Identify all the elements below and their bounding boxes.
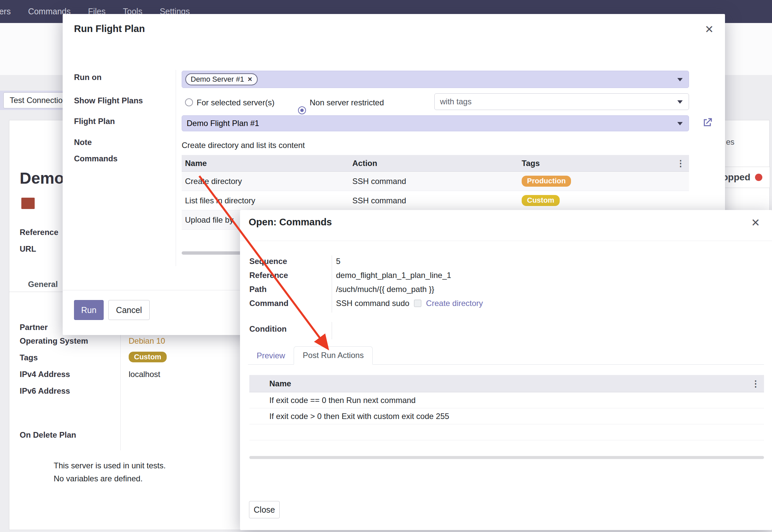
path-label: Path [249,285,267,294]
table-options-icon[interactable]: ⋮ [751,378,760,389]
plan-description: Create directory and list its content [182,141,305,150]
with-tags-value: with tags [440,97,472,106]
radio-non-server-restricted[interactable] [298,106,306,114]
cell-action: SSH command [352,177,522,186]
table-header-row: Name Action Tags ⋮ [182,155,689,172]
cell-name: If exit code == 0 then Run next command [269,396,764,405]
tab-post-run-actions[interactable]: Post Run Actions [294,346,373,365]
form-column-divider [120,320,121,450]
table-options-icon[interactable]: ⋮ [676,158,685,168]
open-commands-modal: Open: Commands ✕ Sequence Reference Path… [240,210,772,530]
path-value: /such/much/{{ demo_path }} [336,285,434,294]
command-label: Command [249,299,288,308]
flight-plan-select[interactable]: Demo Flight Plan #1 [182,115,689,131]
table-row[interactable]: List files in directory SSH command Cust… [182,191,689,210]
tab-general[interactable]: General [28,280,58,289]
server-title: Demo [20,169,64,187]
radio-selected-servers[interactable] [185,98,193,106]
smart-button-fragment[interactable]: es [726,137,734,147]
command-value-row: SSH command sudo Create directory [336,299,483,308]
os-label: Operating System [20,336,88,346]
ipv6-label: IPv6 Address [20,386,70,396]
table-row[interactable]: If exit code > 0 then Exit with custom e… [249,408,764,424]
modal-header-divider [240,241,772,241]
screen: Servers Commands Files Tools Settings Te… [0,0,772,532]
run-on-label: Run on [74,73,102,82]
partner-label: Partner [20,323,48,332]
radio-selected-servers-label[interactable]: For selected server(s) [197,98,274,107]
col-header-action[interactable]: Action [352,159,522,168]
tag-badge: Production [522,176,571,186]
horizontal-scrollbar[interactable] [182,251,248,255]
color-swatch[interactable] [21,198,35,209]
note-label: Note [74,138,92,147]
chevron-down-icon[interactable] [677,78,683,81]
commands-modal-title: Open: Commands [249,217,332,228]
modal-column-divider [176,70,176,266]
commands-modal-close-icon[interactable]: ✕ [751,217,760,228]
sequence-value: 5 [336,257,340,266]
tags-label: Tags [20,353,38,362]
show-flight-plans-label: Show Flight Plans [74,96,143,105]
server-tag-label: Demo Server #1 [191,75,244,84]
tags-value-badge[interactable]: Custom [129,352,167,362]
url-label: URL [20,244,36,254]
remove-tag-icon[interactable]: ✕ [247,76,252,83]
with-tags-select[interactable]: with tags [434,93,689,110]
cell-name: List files in directory [182,196,352,205]
close-button[interactable]: Close [249,501,280,518]
table-header-row: Name ⋮ [249,375,764,392]
ipv4-label: IPv4 Address [20,370,70,379]
ipv4-value: localhost [129,370,160,379]
server-tag-chip[interactable]: Demo Server #1 ✕ [185,73,258,85]
cell-action: SSH command [352,196,522,205]
table-row[interactable]: Create directory SSH command Production [182,172,689,191]
commands-label: Commands [74,154,118,163]
post-run-actions-table: Name ⋮ If exit code == 0 then Run next c… [249,375,764,440]
field-divider [332,255,332,313]
reference-value: demo_flight_plan_1_plan_line_1 [336,271,451,280]
col-header-name[interactable]: Name [269,379,764,388]
status-dot [755,174,762,181]
run-on-field[interactable]: Demo Server #1 ✕ [182,71,689,88]
col-header-name[interactable]: Name [182,159,352,168]
chevron-down-icon [677,100,683,104]
no-variables-note: No variables are defined. [54,474,143,483]
flight-plan-value: Demo Flight Plan #1 [187,119,259,128]
sequence-label: Sequence [249,257,287,266]
tab-preview[interactable]: Preview [248,347,294,364]
command-link[interactable]: Create directory [426,299,483,308]
reference-label: Reference [20,228,58,237]
chevron-down-icon [677,122,683,125]
on-delete-plan-label: On Delete Plan [20,430,76,440]
table-row[interactable]: If exit code == 0 then Run next command [249,392,764,408]
command-value: SSH command sudo [336,299,409,308]
reference-label: Reference [249,271,288,280]
notebook-tabbar: Preview Post Run Actions [248,348,764,365]
field-divider [332,322,332,339]
nav-item-servers[interactable]: Servers [0,7,11,16]
cancel-button[interactable]: Cancel [108,300,150,320]
external-link-icon[interactable] [701,117,713,129]
cell-name: If exit code > 0 then Exit with custom e… [269,412,764,421]
cancel-button-label: Cancel [116,305,142,315]
run-button[interactable]: Run [74,300,104,320]
tag-badge: Custom [522,195,560,206]
empty-table-row [249,424,764,440]
sudo-checkbox[interactable] [414,300,421,307]
run-modal-title: Run Flight Plan [74,23,145,34]
radio-non-server-restricted-label[interactable]: Non server restricted [310,98,384,107]
condition-label: Condition [249,324,287,334]
run-button-label: Run [81,305,97,315]
col-header-tags[interactable]: Tags [522,159,689,168]
run-modal-close-icon[interactable]: ✕ [705,24,714,35]
close-button-label: Close [254,505,275,515]
cell-name: Create directory [182,177,352,186]
os-value[interactable]: Debian 10 [129,336,165,346]
unit-test-note: This server is used in unit tests. [54,461,166,470]
test-connection-label: Test Connection [10,96,67,105]
horizontal-scrollbar[interactable] [249,456,764,459]
flight-plan-label: Flight Plan [74,117,115,126]
